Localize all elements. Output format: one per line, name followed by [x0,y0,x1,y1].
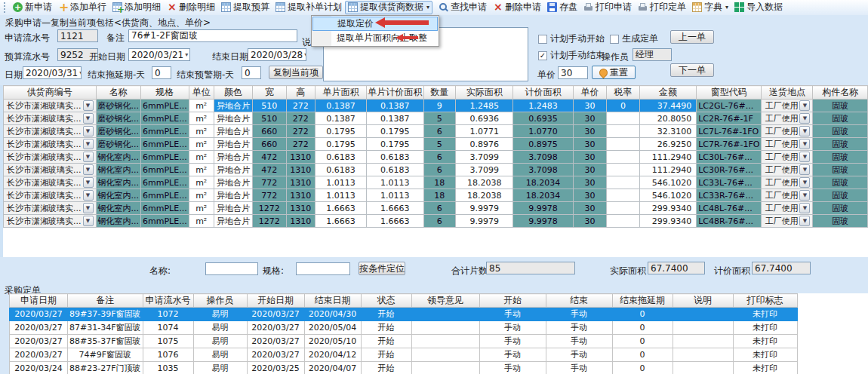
column-header[interactable]: 高 [286,86,315,100]
grid-cell[interactable]: 37.4490 [639,100,697,112]
grid-cell[interactable]: 0.6183 [315,151,366,164]
grid-cell[interactable]: 手动 [479,308,546,321]
unit-price-field[interactable]: 30 [558,66,588,79]
priced-area-field[interactable]: 67.7400 [752,262,811,274]
grid-cell[interactable]: 开始 [361,308,411,321]
menu-item-extract-area-round-up[interactable]: 提取单片面积向上取整 [312,31,438,45]
grid-cell[interactable]: 3.7098 [513,164,573,176]
grid-cell[interactable]: LC48L-76#... [697,202,762,215]
grid-cell[interactable]: LC7R-76#-1FO [697,138,762,151]
grid-cell[interactable]: 开始 [361,335,411,348]
table-row[interactable]: 长沙市潇湘玻璃实...▼磨砂钢化...6mmPLE...m²异地合片660272… [4,125,868,138]
grid-cell[interactable]: 钢化室内... [96,164,141,176]
grid-cell[interactable]: 工厂使用▼ [762,164,813,176]
toolbar-button-print-request[interactable]: 打印申请 [580,1,635,14]
grid-cell[interactable]: 磨砂钢化... [96,125,141,138]
grid-cell[interactable]: 1.6663 [315,202,366,215]
grid-cell[interactable]: 74#9F窗固玻 [68,348,143,362]
grid-cell[interactable]: 9.9979 [455,215,512,228]
grid-cell[interactable]: 5 [423,138,455,151]
grid-cell[interactable]: 510 [253,100,287,112]
grid-cell[interactable]: 固玻 [813,202,868,215]
column-header[interactable]: 单价 [573,86,607,100]
grid-cell[interactable]: 长沙市潇湘玻璃实...▼ [4,125,97,138]
actual-area-field[interactable]: 67.7400 [648,262,705,274]
column-header[interactable]: 申请日期 [10,294,68,308]
grid-cell[interactable]: 30 [573,176,607,189]
grid-cell[interactable]: 未打印 [733,321,797,335]
column-header[interactable]: 备注 [68,294,143,308]
grid-cell[interactable]: 工厂使用▼ [762,176,813,189]
column-header[interactable]: 金额 [639,86,697,100]
grid-cell[interactable]: 0.6183 [315,164,366,176]
grid-cell[interactable]: LC33L-76#... [697,176,762,189]
grid-cell[interactable]: 固玻 [813,189,868,202]
grid-cell[interactable]: 0.1795 [315,138,366,151]
grid-cell[interactable]: m² [189,100,214,112]
table-row[interactable]: 2020/03/2488#23-27F门顶玻1035易明2020/03/2520… [10,362,798,374]
grid-cell[interactable]: 易明 [193,348,247,362]
grid-cell[interactable]: 固玻 [813,125,868,138]
grid-cell[interactable]: 6mmPLE... [141,215,189,228]
grid-cell[interactable]: 2020/03/27 [10,335,68,348]
grid-cell[interactable]: 660 [253,138,287,151]
grid-cell[interactable]: 30 [573,151,607,164]
grid-cell[interactable]: 3.7098 [513,151,573,164]
dropdown-arrow-icon[interactable]: ▼ [83,113,94,124]
grid-cell[interactable]: 660 [253,125,287,138]
grid-cell[interactable]: 未打印 [733,348,797,362]
grid-cell[interactable]: 18 [423,176,455,189]
grid-cell[interactable]: 272 [286,138,315,151]
grid-cell[interactable]: m² [189,215,214,228]
dropdown-arrow-icon[interactable]: ▼ [799,100,810,111]
grid-cell[interactable]: 长沙市潇湘玻璃实...▼ [4,100,97,112]
grid-cell[interactable]: 1.6663 [366,215,423,228]
grid-cell[interactable]: 工厂使用▼ [762,100,813,112]
grid-cell[interactable]: 32.3100 [639,125,697,138]
grid-cell[interactable]: 异地合片 [214,112,252,125]
grid-cell[interactable]: 1310 [286,151,315,164]
grid-cell[interactable]: 6 [423,151,455,164]
grid-cell[interactable]: 6mmPLE... [141,176,189,189]
grid-cell[interactable]: 长沙市潇湘玻璃实...▼ [4,176,97,189]
grid-cell[interactable]: 6mmPLE... [141,189,189,202]
grid-cell[interactable]: 89#37-39F窗固玻 [68,308,143,321]
remark-field[interactable]: 76#1-2F窗固玻 [128,29,297,42]
column-header[interactable]: 开始日期 [247,294,304,308]
grid-cell[interactable] [411,321,479,335]
delay-field[interactable]: 0 [152,66,171,79]
grid-cell[interactable]: 工厂使用▼ [762,189,813,202]
grid-cell[interactable]: LC30R-76#... [697,164,762,176]
grid-cell[interactable]: m² [189,138,214,151]
grid-cell[interactable]: 472 [253,164,287,176]
grid-cell[interactable]: 30 [573,138,607,151]
grid-cell[interactable] [411,362,479,374]
grid-cell[interactable]: 1272 [253,215,287,228]
grid-cell[interactable]: 易明 [193,362,247,374]
grid-cell[interactable] [607,125,639,138]
grid-cell[interactable]: 26.9250 [639,138,697,151]
column-header[interactable]: 开始 [479,294,546,308]
grid-cell[interactable]: 固玻 [813,164,868,176]
grid-cell[interactable]: 固玻 [813,176,868,189]
grid-cell[interactable]: m² [189,151,214,164]
toolbar-button-add-row[interactable]: 添加单行 [55,1,109,14]
dropdown-arrow-icon[interactable]: ▼ [799,113,810,124]
grid-cell[interactable]: 18.2034 [513,189,573,202]
grid-cell[interactable] [411,308,479,321]
grid-cell[interactable]: 0 [612,308,673,321]
grid-cell[interactable]: 272 [286,100,315,112]
dropdown-arrow-icon[interactable]: ▼ [83,177,94,188]
grid-cell[interactable]: 0.1387 [366,112,423,125]
column-header[interactable]: 单位 [189,86,214,100]
grid-cell[interactable]: 1310 [286,215,315,228]
grid-cell[interactable]: 2020/03/27 [10,321,68,335]
grid-cell[interactable]: 磨砂钢化... [96,138,141,151]
grid-cell[interactable]: 272 [286,125,315,138]
grid-cell[interactable]: 30 [573,215,607,228]
grid-cell[interactable]: 工厂使用▼ [762,112,813,125]
grid-cell[interactable]: 3.7099 [455,164,512,176]
grid-cell[interactable]: 手动 [546,335,612,348]
grid-cell[interactable]: 工厂使用▼ [762,125,813,138]
dropdown-arrow-icon[interactable]: ▼ [83,216,94,226]
